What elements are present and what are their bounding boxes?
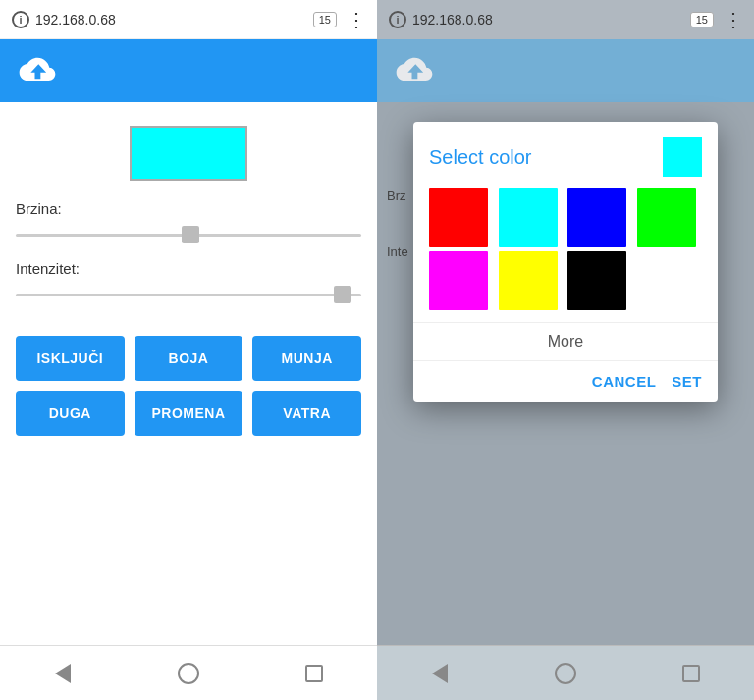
right-dimmed-content: Brz Inte Select color (377, 102, 754, 700)
brzina-slider-track-wrapper[interactable] (16, 225, 361, 244)
left-badge: 15 (313, 12, 337, 27)
right-bottom-nav (377, 645, 754, 700)
dialog-title: Select color (429, 146, 532, 169)
dialog-overlay: Select color More (377, 102, 754, 700)
left-status-bar-left: i 192.168.0.68 (12, 11, 116, 28)
brzina-slider-section: Brzina: (16, 200, 361, 244)
munja-button[interactable]: MUNJA (252, 336, 361, 381)
iskljuci-button[interactable]: ISKLJUČI (16, 336, 125, 381)
right-nav-home-button[interactable] (542, 650, 589, 697)
menu-dots-icon[interactable]: ⋮ (347, 8, 365, 31)
nav-back-icon (55, 664, 71, 683)
more-row[interactable]: More (413, 322, 718, 361)
right-address: 192.168.0.68 (412, 12, 493, 27)
select-color-dialog: Select color More (413, 122, 718, 402)
left-panel: i 192.168.0.68 15 ⋮ Brzina: (0, 0, 377, 700)
nav-recents-button[interactable] (291, 650, 338, 697)
intenzitet-slider-track (16, 294, 361, 296)
right-info-icon: i (389, 11, 406, 28)
left-app-header (0, 39, 377, 102)
info-icon: i (12, 11, 29, 28)
intenzitet-slider-track-wrapper[interactable] (16, 285, 361, 304)
nav-home-button[interactable] (165, 650, 212, 697)
dialog-selected-color-swatch (663, 137, 702, 177)
set-button[interactable]: SET (672, 373, 702, 390)
nav-home-icon (178, 663, 199, 684)
brzina-label: Brzina: (16, 200, 361, 217)
brzina-slider-track (16, 234, 361, 237)
right-nav-home-icon (555, 663, 576, 684)
right-cloud-upload-icon (393, 49, 436, 92)
color-cell-yellow[interactable] (499, 251, 558, 310)
boja-button[interactable]: BOJA (135, 336, 243, 381)
right-status-bar-right: 15 ⋮ (690, 8, 742, 31)
brzina-slider-thumb[interactable] (182, 226, 199, 243)
promena-button[interactable]: PROMENA (135, 391, 243, 436)
button-row-2: DUGA PROMENA VATRA (16, 391, 361, 436)
left-main-content: Brzina: Intenzitet: ISKLJUČI BOJA MUNJA (0, 102, 377, 645)
right-menu-dots-icon[interactable]: ⋮ (724, 8, 742, 31)
right-panel: i 192.168.0.68 15 ⋮ Brz Inte Select colo… (377, 0, 754, 700)
right-app-header (377, 39, 754, 102)
vatra-button[interactable]: VATRA (252, 391, 361, 436)
cloud-upload-icon (16, 49, 59, 92)
more-text[interactable]: More (548, 333, 583, 350)
color-grid (413, 188, 718, 322)
duga-button[interactable]: DUGA (16, 391, 125, 436)
left-status-bar: i 192.168.0.68 15 ⋮ (0, 0, 377, 39)
color-cell-lime[interactable] (637, 188, 696, 247)
button-row-1: ISKLJUČI BOJA MUNJA (16, 336, 361, 381)
left-address: 192.168.0.68 (35, 12, 116, 27)
nav-recents-icon (305, 665, 323, 682)
left-bottom-nav (0, 645, 377, 700)
intenzitet-slider-thumb[interactable] (334, 286, 351, 303)
intenzitet-label: Intenzitet: (16, 260, 361, 277)
buttons-section: ISKLJUČI BOJA MUNJA DUGA PROMENA VATRA (16, 336, 361, 436)
color-cell-red[interactable] (429, 188, 488, 247)
color-cell-blue[interactable] (567, 188, 626, 247)
color-cell-magenta[interactable] (429, 251, 488, 310)
dialog-actions: CANCEL SET (413, 365, 718, 394)
intenzitet-slider-section: Intenzitet: (16, 260, 361, 304)
left-status-bar-right: 15 ⋮ (313, 8, 365, 31)
right-nav-back-button[interactable] (416, 650, 463, 697)
right-nav-recents-icon (682, 665, 700, 682)
nav-back-button[interactable] (39, 650, 86, 697)
cancel-button[interactable]: CANCEL (592, 373, 657, 390)
right-badge: 15 (690, 12, 714, 27)
right-nav-back-icon (432, 664, 448, 683)
color-preview-box[interactable] (130, 126, 247, 181)
color-cell-black[interactable] (567, 251, 626, 310)
dialog-header: Select color (413, 122, 718, 188)
right-status-bar-left: i 192.168.0.68 (389, 11, 493, 28)
right-bottom-area (377, 645, 754, 700)
color-cell-cyan[interactable] (499, 188, 558, 247)
right-nav-recents-button[interactable] (668, 650, 715, 697)
right-status-bar: i 192.168.0.68 15 ⋮ (377, 0, 754, 39)
color-preview-wrapper (16, 126, 361, 181)
